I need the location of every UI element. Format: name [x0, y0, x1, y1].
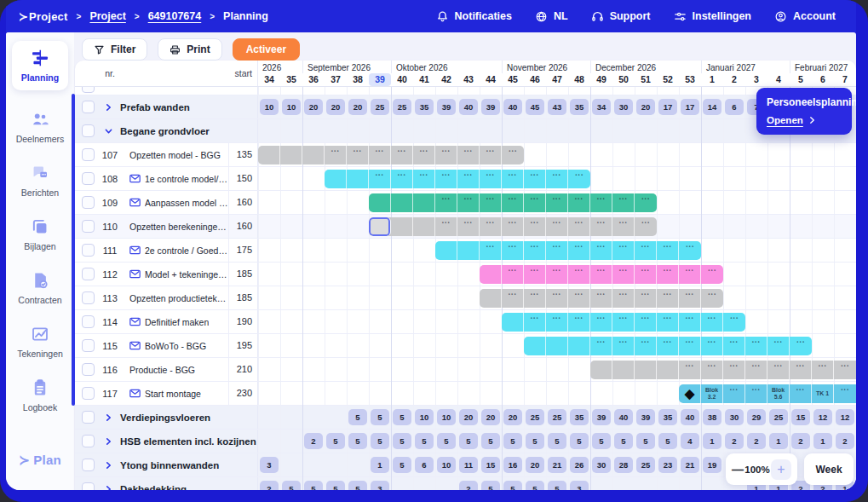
bar-cell[interactable]: ... [502, 289, 524, 308]
expand-chevron-icon[interactable] [106, 485, 112, 491]
bar-cell[interactable] [391, 217, 413, 236]
bar-cell[interactable]: ... [502, 241, 524, 260]
week-load-chip[interactable]: 11 [459, 457, 478, 473]
bar-cell[interactable]: ... [657, 289, 679, 308]
week-load-chip[interactable]: 12 [813, 409, 832, 425]
week-load-chip[interactable]: 20 [481, 409, 500, 425]
week-number[interactable]: 3 [745, 73, 767, 86]
week-number[interactable]: 38 [347, 73, 369, 86]
week-load-chip[interactable]: 20 [326, 99, 345, 115]
group-name[interactable]: Dakbedekking [120, 484, 187, 491]
week-load-chip[interactable]: 28 [614, 457, 633, 473]
bar-cell[interactable]: ... [767, 361, 790, 379]
bar-cell[interactable]: ... [568, 170, 590, 188]
bar-cell[interactable]: ... [701, 337, 723, 355]
bar-cell[interactable]: ... [325, 146, 347, 164]
bar-cell[interactable]: ... [435, 217, 457, 236]
brand-logo[interactable]: ≻Project [19, 10, 68, 23]
bar-cell[interactable]: ... [701, 289, 723, 308]
week-number[interactable]: 36 [302, 73, 325, 86]
bar-cell[interactable]: ... [790, 361, 812, 379]
week-load-chip[interactable]: 5 [526, 481, 544, 490]
bar-cell[interactable]: ... [745, 337, 767, 355]
row-checkbox[interactable] [82, 124, 95, 137]
week-load-chip[interactable]: 6 [415, 457, 434, 473]
week-load-chip[interactable]: 15 [481, 457, 500, 473]
row-checkbox[interactable] [82, 196, 95, 209]
bar-cell[interactable]: ... [723, 384, 745, 403]
row-checkbox[interactable] [82, 268, 95, 280]
bar-cell[interactable]: ... [679, 361, 701, 379]
week-load-chip[interactable]: 5 [503, 433, 522, 449]
week-load-chip[interactable]: 20 [503, 409, 522, 425]
gantt-bar[interactable]: .............................. [435, 241, 701, 260]
nav-item-nl[interactable]: NL [535, 10, 568, 23]
bar-cell[interactable]: ... [590, 217, 612, 236]
week-load-chip[interactable]: 5 [503, 481, 522, 490]
bar-cell[interactable]: ... [834, 384, 856, 403]
week-number[interactable]: 37 [325, 73, 347, 86]
bar-cell[interactable]: ... [790, 337, 812, 355]
week-load-chip[interactable]: 5 [393, 457, 411, 473]
week-number[interactable]: 51 [635, 73, 657, 86]
bar-cell[interactable] [457, 241, 480, 260]
week-number[interactable]: 2 [723, 73, 745, 86]
bar-cell[interactable]: ... [701, 313, 723, 332]
bar-cell[interactable]: TK 1 [812, 384, 834, 403]
week-load-chip[interactable]: 35 [570, 99, 589, 115]
bar-cell[interactable]: ... [524, 265, 546, 284]
bar-cell[interactable]: ... [590, 193, 612, 212]
bar-cell[interactable]: ... [457, 217, 480, 236]
row-checkbox[interactable] [82, 459, 95, 471]
row-checkbox[interactable] [82, 172, 95, 185]
bar-cell[interactable] [480, 289, 502, 308]
week-load-chip[interactable]: 35 [415, 99, 434, 115]
week-load-chip[interactable]: 20 [304, 99, 323, 115]
gantt-bar[interactable]: .............................. [369, 217, 657, 236]
week-load-chip[interactable]: 5 [481, 433, 500, 449]
nav-item-notificaties[interactable]: Notificaties [436, 10, 512, 23]
bar-cell[interactable]: ... [546, 193, 568, 212]
week-load-chip[interactable]: 40 [681, 409, 699, 425]
filter-button[interactable]: Filter [82, 38, 147, 61]
week-load-chip[interactable]: 35 [570, 409, 589, 425]
week-load-chip[interactable]: 5 [371, 409, 389, 425]
week-number[interactable]: 41 [413, 73, 435, 86]
sidebar-item-tekeningen[interactable]: Tekeningen [17, 325, 63, 359]
week-load-chip[interactable]: 10 [437, 457, 456, 473]
bar-cell[interactable] [657, 361, 679, 379]
row-checkbox[interactable] [82, 315, 95, 328]
zoom-in-button[interactable]: + [771, 459, 791, 480]
bar-cell[interactable] [568, 337, 590, 355]
bar-cell[interactable]: ... [391, 146, 413, 164]
week-load-chip[interactable]: 5 [592, 433, 611, 449]
week-load-chip[interactable]: 1 [371, 457, 389, 473]
bar-cell[interactable]: ... [812, 361, 834, 379]
zoom-out-button[interactable]: — [732, 463, 744, 476]
week-load-chip[interactable]: 25 [526, 409, 544, 425]
week-load-chip[interactable]: 35 [658, 409, 677, 425]
bar-cell[interactable] [391, 193, 413, 212]
group-name[interactable]: Ytong binnenwanden [120, 460, 219, 470]
bar-cell[interactable]: ... [612, 265, 635, 284]
bar-cell[interactable]: ... [657, 337, 679, 355]
week-load-chip[interactable]: 6 [725, 99, 744, 115]
group-name[interactable]: Begane grondvloer [120, 126, 210, 136]
week-number[interactable]: 34 [258, 73, 280, 86]
week-number[interactable]: 1 [701, 73, 723, 86]
bar-cell[interactable]: ... [568, 265, 590, 284]
selected-bar-cell[interactable] [369, 217, 391, 236]
bar-cell[interactable]: ... [635, 217, 657, 236]
bar-cell[interactable]: ... [635, 289, 657, 308]
week-load-chip[interactable]: 14 [703, 99, 721, 115]
bar-cell[interactable] [480, 265, 502, 284]
week-load-chip[interactable]: 20 [526, 457, 544, 473]
bar-cell[interactable]: ... [457, 193, 480, 212]
week-load-chip[interactable]: 25 [548, 409, 566, 425]
bar-cell[interactable]: ... [612, 217, 635, 236]
bar-cell[interactable] [413, 217, 435, 236]
week-load-chip[interactable]: 5 [481, 481, 500, 490]
week-load-chip[interactable]: 25 [393, 99, 411, 115]
week-load-chip[interactable]: 5 [437, 433, 456, 449]
bar-cell[interactable] [258, 146, 280, 164]
